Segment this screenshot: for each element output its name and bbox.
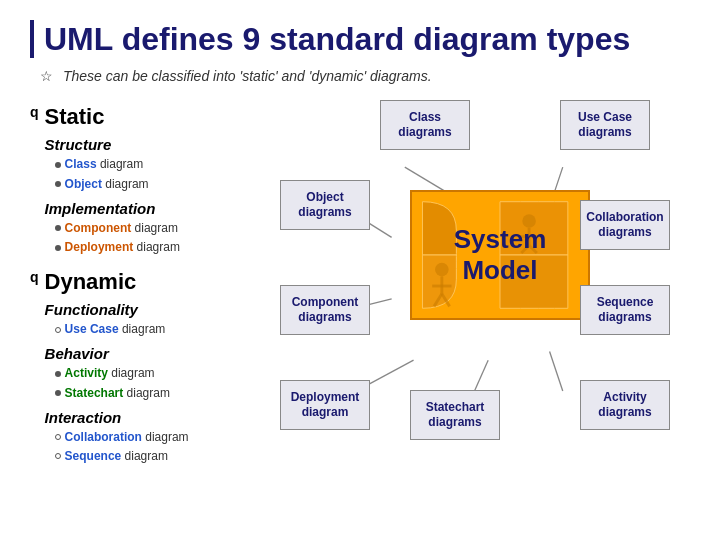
static-section: q Static Structure Class diagram Object … — [30, 100, 250, 257]
dot-outline-icon — [55, 453, 61, 459]
interaction-header: Interaction — [45, 409, 250, 426]
dot-icon — [55, 181, 61, 187]
dynamic-header: Dynamic — [45, 269, 250, 295]
deployment-diagram-item: Deployment diagram — [55, 238, 250, 257]
static-q-marker: q — [30, 104, 39, 120]
sequence-diagrams-box: Sequencediagrams — [580, 285, 670, 335]
statechart-diagram-item: Statechart diagram — [55, 384, 250, 403]
deployment-diagram-box: Deploymentdiagram — [280, 380, 370, 430]
object-diagrams-box: Objectdiagrams — [280, 180, 370, 230]
dot-icon — [55, 162, 61, 168]
implementation-header: Implementation — [45, 200, 250, 217]
dot-icon — [55, 371, 61, 377]
structure-header: Structure — [45, 136, 250, 153]
activity-diagram-item: Activity diagram — [55, 364, 250, 383]
object-diagram-item: Object diagram — [55, 175, 250, 194]
bullet-icon: ☆ — [40, 68, 53, 84]
component-diagrams-box: Componentdiagrams — [280, 285, 370, 335]
dot-icon — [55, 225, 61, 231]
behavior-header: Behavior — [45, 345, 250, 362]
svg-line-8 — [550, 352, 563, 391]
system-model-text: System Model — [454, 224, 547, 286]
left-column: q Static Structure Class diagram Object … — [30, 100, 260, 480]
class-diagrams-box: Classdiagrams — [380, 100, 470, 150]
system-model-box: System Model — [410, 190, 590, 320]
component-diagram-item: Component diagram — [55, 219, 250, 238]
content-area: q Static Structure Class diagram Object … — [30, 100, 690, 480]
dot-outline-icon — [55, 434, 61, 440]
functionality-header: Functionality — [45, 301, 250, 318]
subtitle: ☆ These can be classified into 'static' … — [40, 68, 690, 84]
collaboration-diagrams-box: Collaborationdiagrams — [580, 200, 670, 250]
usecase-diagrams-box: Use Casediagrams — [560, 100, 650, 150]
dynamic-q-marker: q — [30, 269, 39, 285]
collaboration-diagram-item: Collaboration diagram — [55, 428, 250, 447]
dynamic-section: q Dynamic Functionality Use Case diagram… — [30, 265, 250, 466]
dot-icon — [55, 390, 61, 396]
sequence-diagram-item: Sequence diagram — [55, 447, 250, 466]
static-content: Static Structure Class diagram Object di… — [45, 100, 250, 257]
statechart-diagrams-box: Statechartdiagrams — [410, 390, 500, 440]
usecase-diagram-item: Use Case diagram — [55, 320, 250, 339]
svg-point-9 — [435, 263, 449, 277]
class-diagram-item: Class diagram — [55, 155, 250, 174]
diagram-area: Classdiagrams Use Casediagrams Objectdia… — [260, 100, 690, 480]
dot-outline-icon — [55, 327, 61, 333]
page: UML defines 9 standard diagram types ☆ T… — [0, 0, 720, 540]
activity-diagrams-box: Activitydiagrams — [580, 380, 670, 430]
dot-icon — [55, 245, 61, 251]
static-header: Static — [45, 104, 250, 130]
page-title: UML defines 9 standard diagram types — [30, 20, 690, 58]
dynamic-content: Dynamic Functionality Use Case diagram B… — [45, 265, 250, 466]
